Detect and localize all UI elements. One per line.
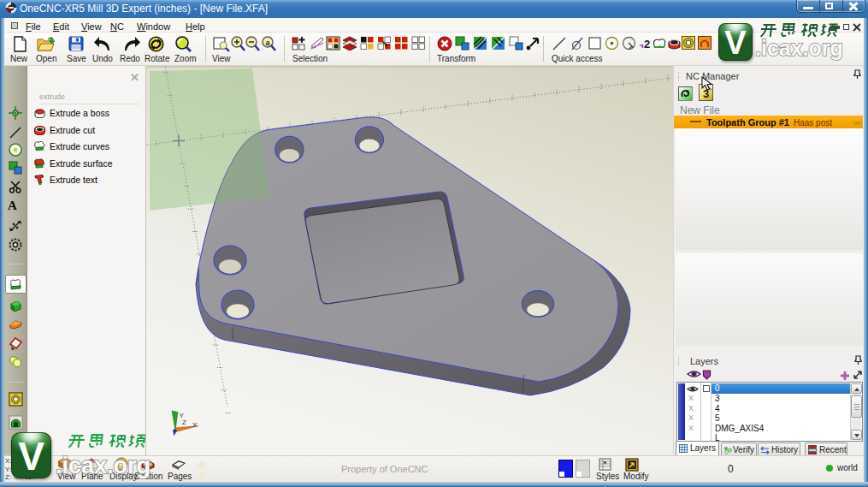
svg-text:.icax.org: .icax.org — [56, 453, 151, 478]
svg-text:Z: Z — [182, 419, 186, 426]
svg-text:2: 2 — [644, 38, 650, 50]
svg-text:.icax.org: .icax.org — [755, 36, 843, 60]
svg-text:X: X — [192, 421, 198, 429]
